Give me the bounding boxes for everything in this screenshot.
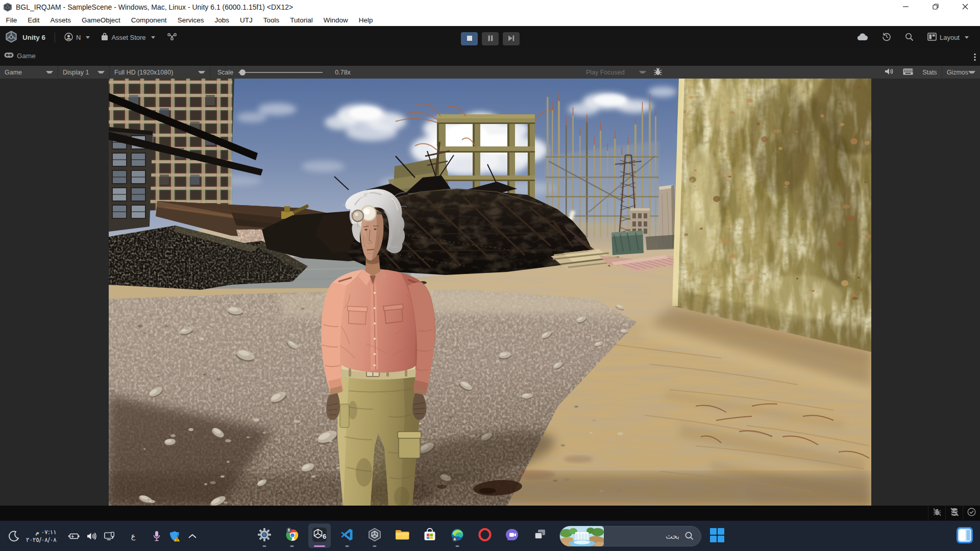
taskbar-app-file-explorer[interactable]: [391, 523, 413, 548]
menu-item-component[interactable]: Component: [126, 16, 172, 24]
menu-item-services[interactable]: Services: [172, 16, 209, 24]
undo-history-button[interactable]: [882, 32, 891, 43]
keyboard-shortcuts-button[interactable]: [898, 68, 918, 77]
asset-store-dropdown[interactable]: Asset Store: [101, 33, 155, 42]
taskbar-app-edge[interactable]: [446, 523, 469, 548]
scale-slider-knob[interactable]: [239, 69, 246, 76]
account-dropdown[interactable]: N: [64, 33, 90, 43]
game-view-toolbar: Game Display 1 Full HD (980x551) Scale…: [0, 66, 980, 79]
taskbar-app-opera[interactable]: [474, 523, 496, 548]
cache-status-button[interactable]: [945, 506, 963, 520]
scale-slider[interactable]: [238, 72, 323, 73]
menu-item-file[interactable]: File: [1, 16, 22, 24]
teal-container: [611, 231, 644, 255]
display-dropdown[interactable]: Display 1: [58, 66, 109, 79]
taskbar-app-chrome[interactable]: [281, 523, 303, 548]
battery-charging-icon[interactable]: [68, 531, 80, 542]
step-button[interactable]: [503, 32, 520, 45]
taskbar-app-unity-hub[interactable]: [363, 523, 386, 548]
running-indicator: [263, 545, 266, 547]
widgets-button[interactable]: [955, 527, 974, 545]
unity-toolbar: Unity 6 N Asset Store: [0, 26, 980, 49]
version-control-button[interactable]: [167, 33, 177, 42]
frame-debugger-icon[interactable]: [654, 68, 662, 77]
running-indicator: [373, 545, 377, 547]
minimize-button[interactable]: [891, 0, 921, 14]
chevron-down-icon: [46, 71, 53, 73]
chevron-down-icon: [97, 71, 105, 73]
svg-text:6: 6: [323, 533, 326, 540]
gamepad-icon: [4, 52, 14, 60]
windows-taskbar: ٠٧:١١ م ٢٠٢٥/٠٨/٠٨ ع 6 بحث: [0, 520, 980, 551]
game-tab-row: Game: [0, 49, 980, 66]
pause-button[interactable]: [482, 32, 499, 45]
gizmos-dropdown[interactable]: Gizmos: [942, 66, 980, 79]
play-stop-button[interactable]: [461, 32, 478, 45]
taskbar-app-unity-editor[interactable]: 6: [308, 523, 331, 548]
play-mode-controls: [461, 32, 520, 45]
search-highlight-image: [560, 526, 604, 546]
vscode-icon: [340, 528, 354, 543]
running-indicator: [290, 545, 294, 547]
hidden-icons-chevron[interactable]: [187, 531, 198, 542]
video-chat-icon: [506, 528, 519, 543]
volume-icon[interactable]: [86, 531, 97, 542]
system-tray: ٠٧:١١ م ٢٠٢٥/٠٨/٠٨ ع: [0, 521, 198, 551]
microphone-icon[interactable]: [151, 531, 162, 542]
chevron-down-icon: [965, 36, 969, 39]
taskbar-app-microsoft-store[interactable]: [419, 523, 441, 548]
menu-item-assets[interactable]: Assets: [45, 16, 77, 24]
menu-item-jobs[interactable]: Jobs: [209, 16, 235, 24]
minimize-icon: [903, 3, 909, 12]
menu-item-gameobject[interactable]: GameObject: [77, 16, 126, 24]
tab-game[interactable]: Game: [4, 52, 36, 60]
windows-logo-icon: [709, 528, 725, 545]
menu-item-edit[interactable]: Edit: [22, 16, 45, 24]
progress-status-button[interactable]: [963, 506, 980, 520]
play-focused-dropdown[interactable]: Play Focused: [581, 66, 651, 79]
file-explorer-icon: [395, 529, 409, 543]
maximize-button[interactable]: [921, 0, 950, 14]
taskbar-search[interactable]: بحث: [559, 526, 701, 546]
menu-item-tools[interactable]: Tools: [258, 16, 285, 24]
cast-display-icon[interactable]: [104, 531, 115, 542]
stats-toggle[interactable]: Stats: [918, 69, 942, 76]
menu-item-utj[interactable]: UTJ: [234, 16, 258, 24]
language-indicator[interactable]: ع: [122, 532, 144, 540]
cloud-button[interactable]: [857, 33, 868, 42]
taskbar-app-vscode[interactable]: [336, 523, 358, 548]
menu-item-help[interactable]: Help: [353, 16, 378, 24]
do-not-disturb-moon-icon[interactable]: [8, 531, 19, 542]
taskbar-app-task-view[interactable]: [529, 523, 551, 548]
taskbar-apps: 6: [253, 523, 551, 548]
unity-app-icon: [3, 3, 12, 12]
window-title: BGL_IRQJAM - SampleScene - Windows, Mac,…: [16, 3, 293, 11]
menu-item-window[interactable]: Window: [318, 16, 353, 24]
running-indicator: [346, 545, 349, 547]
window-titlebar: BGL_IRQJAM - SampleScene - Windows, Mac,…: [0, 0, 980, 14]
debugger-status-button[interactable]: [928, 506, 945, 520]
tray-time: ٠٧:١١ م: [26, 529, 57, 536]
view-mode-dropdown[interactable]: Game: [0, 66, 58, 79]
close-button[interactable]: [950, 0, 980, 14]
ellipsis-icon: [974, 54, 976, 63]
asset-store-icon: [101, 33, 108, 42]
layout-dropdown[interactable]: Layout: [927, 33, 969, 42]
taskbar-app-settings[interactable]: [253, 523, 276, 548]
search-button[interactable]: [905, 33, 914, 43]
progress-complete-icon: [967, 508, 976, 518]
game-render-area[interactable]: [109, 79, 871, 506]
mute-audio-button[interactable]: [880, 68, 898, 77]
widgets-icon: [956, 527, 973, 546]
panel-menu-button[interactable]: [974, 53, 976, 63]
start-button[interactable]: [708, 528, 726, 545]
resolution-dropdown[interactable]: Full HD (980x551): [110, 66, 210, 79]
taskbar-clock[interactable]: ٠٧:١١ م ٢٠٢٥/٠٨/٠٨: [26, 529, 57, 544]
unity-editor-icon: 6: [312, 527, 327, 544]
taskbar-app-video-chat[interactable]: [501, 523, 524, 548]
view-mode-value: Game: [5, 69, 22, 76]
defender-shield-warning-icon[interactable]: [169, 531, 180, 542]
settings-icon: [258, 528, 271, 543]
edge-icon: [450, 528, 464, 544]
menu-item-tutorial[interactable]: Tutorial: [285, 16, 318, 24]
